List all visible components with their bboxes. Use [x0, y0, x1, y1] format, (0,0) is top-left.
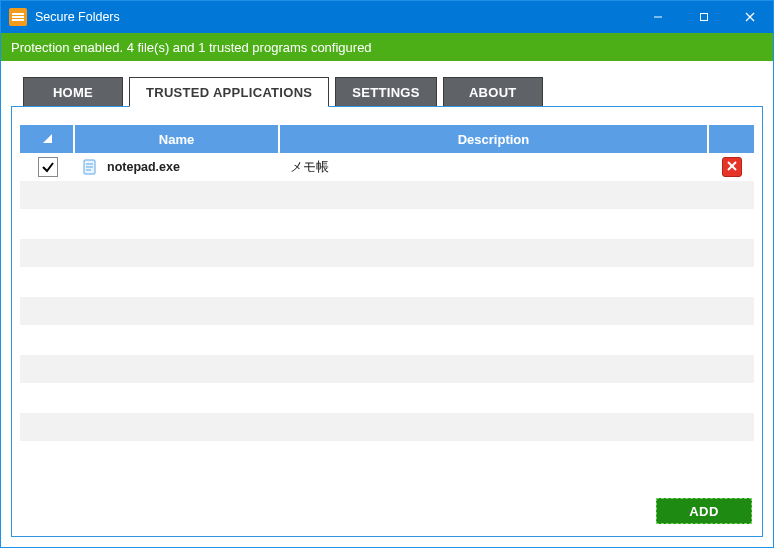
status-text: Protection enabled. 4 file(s) and 1 trus… — [11, 40, 372, 55]
app-window: Secure Folders Protection enabled. 4 fil… — [0, 0, 774, 548]
table-row — [20, 355, 754, 383]
column-header-actions — [709, 125, 754, 153]
grid-body: notepad.exe メモ帳 — [20, 153, 754, 490]
content-area: HOME TRUSTED APPLICATIONS SETTINGS ABOUT… — [1, 61, 773, 547]
svg-rect-3 — [12, 19, 24, 21]
table-row — [20, 239, 754, 267]
add-button[interactable]: ADD — [656, 498, 752, 524]
table-row — [20, 181, 754, 209]
close-icon — [726, 160, 738, 175]
applications-grid: Name Description — [20, 125, 754, 490]
panel-footer: ADD — [20, 490, 754, 526]
status-bar: Protection enabled. 4 file(s) and 1 trus… — [1, 33, 773, 61]
column-header-check[interactable] — [20, 125, 75, 153]
window-title: Secure Folders — [35, 10, 120, 24]
svg-rect-5 — [701, 14, 708, 21]
tab-strip: HOME TRUSTED APPLICATIONS SETTINGS ABOUT — [23, 77, 763, 107]
titlebar: Secure Folders — [1, 1, 773, 33]
app-icon — [9, 8, 27, 26]
tab-home[interactable]: HOME — [23, 77, 123, 107]
row-checkbox[interactable] — [38, 157, 58, 177]
table-row — [20, 297, 754, 325]
row-name: notepad.exe — [107, 160, 180, 174]
tab-trusted-applications[interactable]: TRUSTED APPLICATIONS — [129, 77, 329, 107]
table-row[interactable]: notepad.exe メモ帳 — [20, 153, 754, 181]
close-button[interactable] — [727, 1, 773, 33]
maximize-button[interactable] — [681, 1, 727, 33]
column-header-name[interactable]: Name — [75, 125, 280, 153]
minimize-button[interactable] — [635, 1, 681, 33]
svg-rect-1 — [12, 13, 24, 15]
file-icon — [81, 158, 99, 176]
table-row — [20, 413, 754, 441]
delete-row-button[interactable] — [722, 157, 742, 177]
row-description: メモ帳 — [290, 159, 329, 176]
column-header-description[interactable]: Description — [280, 125, 709, 153]
grid-header: Name Description — [20, 125, 754, 153]
tab-about[interactable]: ABOUT — [443, 77, 543, 107]
sort-indicator-icon — [40, 131, 54, 148]
tab-settings[interactable]: SETTINGS — [335, 77, 436, 107]
svg-rect-2 — [12, 16, 24, 18]
tab-panel: Name Description — [11, 106, 763, 537]
